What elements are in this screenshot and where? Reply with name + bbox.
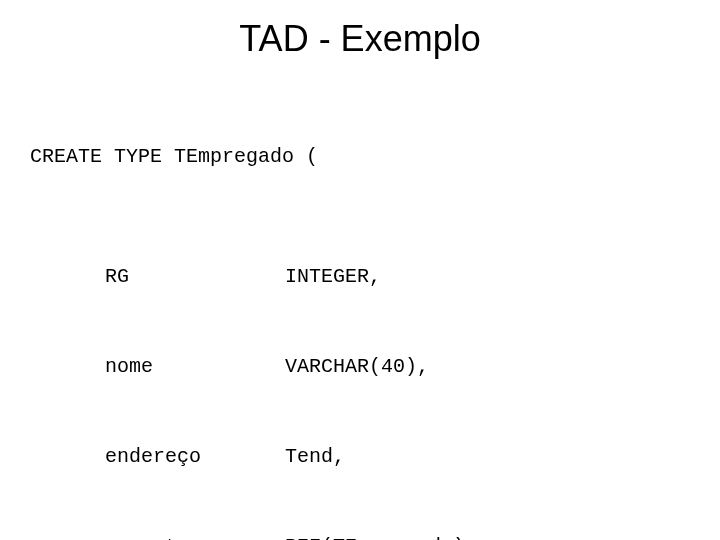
- field-type: REF(TEmpregado),: [285, 535, 477, 540]
- field-type: VARCHAR(40),: [285, 355, 429, 378]
- slide: TAD - Exemplo CREATE TYPE TEmpregado ( R…: [0, 0, 720, 540]
- code-block: CREATE TYPE TEmpregado ( RGINTEGER, nome…: [30, 82, 690, 540]
- field-row: gerenteREF(TEmpregado),: [30, 532, 690, 540]
- field-name: endereço: [105, 442, 285, 472]
- slide-title: TAD - Exemplo: [30, 18, 690, 60]
- field-name: nome: [105, 352, 285, 382]
- field-name: gerente: [105, 532, 285, 540]
- field-row: RGINTEGER,: [30, 262, 690, 292]
- field-row: endereçoTend,: [30, 442, 690, 472]
- field-type: Tend,: [285, 445, 345, 468]
- code-line-create: CREATE TYPE TEmpregado (: [30, 142, 690, 172]
- field-row: nomeVARCHAR(40),: [30, 352, 690, 382]
- field-type: INTEGER,: [285, 265, 381, 288]
- field-name: RG: [105, 262, 285, 292]
